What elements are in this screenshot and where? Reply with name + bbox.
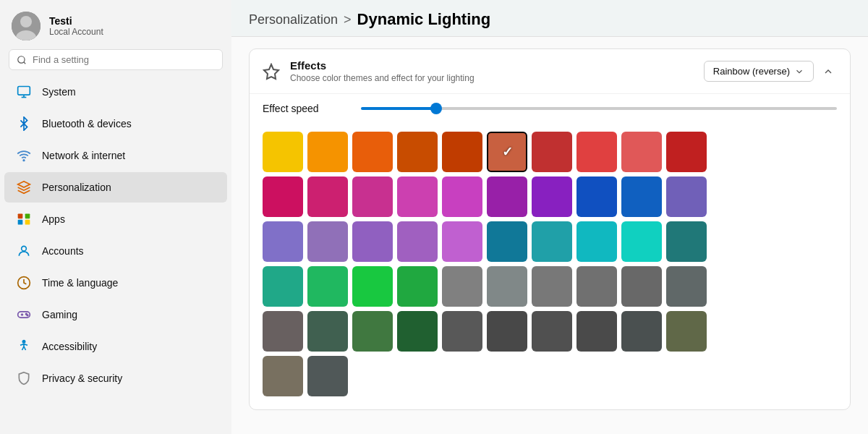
color-swatch[interactable] — [532, 266, 572, 307]
color-swatch[interactable] — [263, 356, 303, 396]
color-swatch[interactable] — [621, 176, 662, 217]
sidebar-item-personalization[interactable]: Personalization — [4, 172, 227, 203]
sidebar-item-label: Apps — [42, 213, 65, 225]
color-swatch[interactable] — [263, 176, 303, 217]
sidebar-item-label: Personalization — [42, 182, 111, 193]
color-swatch[interactable] — [352, 266, 393, 307]
color-swatch[interactable] — [352, 132, 393, 172]
color-swatch[interactable] — [263, 132, 303, 172]
color-swatch[interactable] — [442, 221, 482, 262]
color-swatch[interactable] — [487, 221, 527, 262]
color-swatch[interactable] — [307, 132, 348, 172]
color-swatch[interactable] — [532, 311, 572, 352]
color-swatch[interactable] — [532, 132, 572, 172]
color-swatch[interactable] — [397, 311, 438, 352]
color-swatch[interactable] — [666, 311, 707, 352]
color-swatch[interactable] — [532, 221, 572, 262]
svg-rect-5 — [18, 87, 30, 95]
search-input[interactable] — [33, 54, 215, 65]
search-box[interactable] — [9, 49, 223, 70]
breadcrumb-separator: > — [344, 12, 352, 27]
svg-point-13 — [22, 246, 27, 251]
color-swatch[interactable] — [397, 221, 438, 262]
content-area: Effects Choose color themes and effect f… — [231, 37, 868, 434]
search-icon — [17, 55, 27, 65]
color-swatch[interactable] — [576, 266, 617, 307]
color-swatch[interactable] — [397, 266, 438, 307]
avatar — [12, 12, 41, 41]
color-swatch[interactable] — [397, 132, 438, 172]
effects-control: Rainbow (reverse) — [704, 61, 837, 82]
color-swatch[interactable] — [442, 311, 482, 352]
color-swatch[interactable] — [307, 266, 348, 307]
color-swatch[interactable] — [487, 266, 527, 307]
color-swatch[interactable] — [442, 266, 482, 307]
svg-point-20 — [22, 341, 25, 343]
sidebar-item-accounts[interactable]: Accounts — [4, 236, 227, 266]
monitor-icon — [16, 84, 32, 100]
sidebar-item-gaming[interactable]: Gaming — [4, 299, 227, 330]
color-swatch[interactable] — [576, 311, 617, 352]
color-swatch[interactable] — [352, 221, 393, 262]
effects-subtitle: Choose color themes and effect for your … — [290, 73, 694, 83]
user-info: Testi Local Account — [49, 15, 103, 37]
sidebar-item-label: Network & internet — [42, 150, 125, 161]
color-swatch[interactable] — [621, 221, 662, 262]
effect-speed-label: Effect speed — [263, 103, 349, 114]
color-swatch[interactable] — [666, 176, 707, 217]
color-swatch[interactable] — [576, 221, 617, 262]
color-swatch[interactable] — [621, 266, 662, 307]
sidebar-item-time[interactable]: Time & language — [4, 268, 227, 298]
sidebar-item-apps[interactable]: Apps — [4, 204, 227, 234]
color-swatch[interactable] — [442, 176, 482, 217]
color-swatch[interactable] — [487, 176, 527, 217]
main-content: Personalization > Dynamic Lighting Effec… — [231, 0, 868, 434]
color-swatch[interactable] — [307, 176, 348, 217]
color-swatch[interactable] — [487, 132, 527, 172]
gaming-icon — [16, 307, 32, 323]
effects-card: Effects Choose color themes and effect f… — [249, 48, 851, 410]
color-swatch[interactable] — [442, 132, 482, 172]
sidebar-item-accessibility[interactable]: Accessibility — [4, 331, 227, 362]
sidebar-item-label: Gaming — [42, 309, 77, 320]
effects-icon — [263, 63, 280, 80]
color-swatch[interactable] — [263, 266, 303, 307]
color-swatch[interactable] — [307, 311, 348, 352]
color-swatch[interactable] — [263, 221, 303, 262]
color-swatch[interactable] — [666, 266, 707, 307]
color-swatch[interactable] — [263, 311, 303, 352]
sidebar-item-bluetooth[interactable]: Bluetooth & devices — [4, 109, 227, 139]
svg-rect-9 — [18, 214, 23, 219]
color-swatch[interactable] — [307, 221, 348, 262]
collapse-button[interactable] — [820, 63, 837, 80]
slider-container — [361, 107, 837, 110]
chevron-down-icon — [794, 67, 804, 77]
user-name: Testi — [49, 15, 103, 27]
color-swatch[interactable] — [532, 176, 572, 217]
color-swatch[interactable] — [397, 176, 438, 217]
bluetooth-icon — [16, 116, 32, 132]
breadcrumb-current: Dynamic Lighting — [357, 10, 491, 29]
color-swatch[interactable] — [352, 176, 393, 217]
effects-dropdown-value: Rainbow (reverse) — [713, 66, 790, 77]
color-swatch[interactable] — [487, 311, 527, 352]
color-swatch[interactable] — [621, 132, 662, 172]
color-swatch[interactable] — [576, 176, 617, 217]
color-swatch[interactable] — [666, 132, 707, 172]
sidebar-item-label: Privacy & security — [42, 373, 122, 384]
color-swatch[interactable] — [666, 221, 707, 262]
sidebar-item-privacy[interactable]: Privacy & security — [4, 363, 227, 393]
shield-icon — [16, 370, 32, 386]
effects-dropdown[interactable]: Rainbow (reverse) — [704, 61, 814, 82]
color-grid — [250, 126, 850, 409]
sidebar-item-system[interactable]: System — [4, 77, 227, 107]
breadcrumb-parent: Personalization — [249, 12, 338, 27]
color-swatch[interactable] — [352, 311, 393, 352]
effect-speed-row: Effect speed — [250, 94, 850, 126]
color-swatch[interactable] — [307, 356, 348, 396]
effect-speed-slider[interactable] — [361, 107, 837, 110]
sidebar-item-network[interactable]: Network & internet — [4, 140, 227, 171]
color-swatch[interactable] — [576, 132, 617, 172]
accessibility-icon — [16, 339, 32, 354]
color-swatch[interactable] — [621, 311, 662, 352]
